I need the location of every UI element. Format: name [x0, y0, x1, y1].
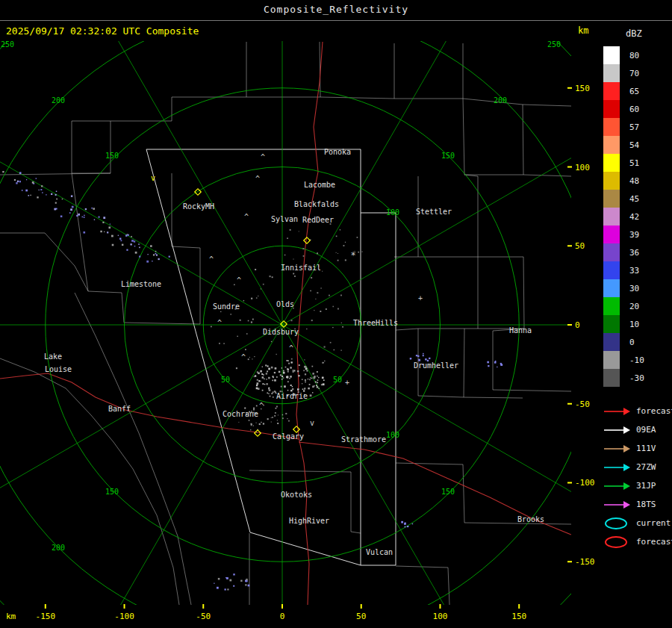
- legend-label: current: [636, 518, 671, 528]
- precip-echo: [32, 181, 34, 184]
- precip-echo: [288, 363, 290, 364]
- precip-echo: [488, 365, 489, 367]
- legend-glyph: [603, 441, 630, 456]
- precip-echo: [252, 319, 254, 320]
- precip-echo: [245, 584, 246, 585]
- precip-echo: [315, 382, 317, 383]
- colorbar-entry: 65: [603, 82, 672, 100]
- precip-echo: [220, 311, 221, 312]
- precip-echo: [238, 422, 239, 423]
- precip-echo: [340, 295, 342, 296]
- precip-echo: [119, 238, 121, 240]
- window-title: Composite_Reflectivity: [264, 4, 408, 15]
- precip-echo: [307, 370, 308, 372]
- precip-echo: [302, 379, 303, 380]
- right-axis-unit: km: [578, 25, 588, 36]
- precip-echo: [294, 276, 296, 277]
- colorbar-entry: 42: [603, 208, 672, 226]
- precip-echo: [233, 573, 234, 575]
- city-label: Louise: [45, 365, 72, 373]
- county-boundary: [463, 99, 571, 106]
- colorbar-swatch: [603, 82, 620, 100]
- precip-echo: [292, 386, 293, 387]
- precip-echo: [297, 370, 299, 372]
- colorbar-entry: 80: [603, 46, 672, 64]
- bottom-axis-unit: km: [6, 612, 16, 621]
- ellipse-icon: [603, 535, 630, 550]
- arrow-icon: [603, 460, 630, 475]
- colorbar-entry: 36: [603, 243, 672, 261]
- county-boundary: [418, 175, 478, 257]
- precip-echo: [362, 252, 363, 252]
- colorbar-swatch: [603, 136, 620, 154]
- legend-label: forecast: [636, 406, 672, 416]
- precip-echo: [70, 208, 72, 211]
- precip-echo: [14, 179, 16, 181]
- precip-echo: [336, 235, 337, 237]
- precip-echo: [317, 379, 318, 380]
- legend-item: 27ZW: [603, 458, 672, 476]
- city-label: Olds: [276, 300, 294, 308]
- precip-echo: [93, 208, 95, 210]
- precip-echo: [278, 414, 279, 415]
- precip-echo: [261, 373, 263, 375]
- precip-echo: [280, 374, 281, 376]
- precip-echo: [131, 236, 132, 237]
- precip-echo: [19, 172, 22, 174]
- precip-echo: [317, 382, 318, 383]
- precip-echo: [293, 273, 294, 275]
- radar-site-icon: [293, 426, 299, 432]
- precip-echo: [85, 208, 87, 210]
- legend-item: forecast: [603, 532, 672, 551]
- colorbar-title: dBZ: [626, 28, 672, 39]
- precip-echo: [271, 341, 272, 342]
- precip-echo: [94, 219, 95, 220]
- precip-echo: [303, 370, 305, 371]
- colorbar-swatch: [603, 315, 620, 333]
- precip-echo: [249, 357, 250, 358]
- precip-echo: [267, 370, 268, 372]
- precip-echo: [245, 349, 246, 350]
- precip-echo: [243, 300, 244, 301]
- county-boundary: [0, 42, 246, 175]
- colorbar-entry: 54: [603, 136, 672, 154]
- precip-echo: [273, 397, 274, 398]
- precip-echo: [311, 277, 312, 279]
- precip-echo: [268, 377, 270, 379]
- precip-echo: [305, 367, 306, 367]
- precip-echo: [405, 526, 406, 528]
- precip-echo: [311, 320, 313, 321]
- precip-echo: [405, 523, 406, 524]
- precip-echo: [272, 380, 273, 382]
- precip-echo: [277, 423, 279, 424]
- precip-echo: [332, 306, 334, 308]
- precip-echo: [268, 394, 269, 394]
- legend-glyph: [603, 404, 630, 419]
- colorbar-value: -30: [629, 373, 644, 383]
- precip-echo: [214, 583, 214, 584]
- precip-echo: [108, 226, 111, 228]
- precip-echo: [134, 246, 136, 247]
- legend-glyph: [603, 479, 630, 494]
- precip-echo: [315, 299, 316, 299]
- titlebar: Composite_Reflectivity: [0, 0, 672, 21]
- caret-marker-icon: ^: [259, 402, 264, 410]
- azimuth-line: [282, 325, 506, 605]
- precip-echo: [309, 384, 311, 385]
- precip-echo: [112, 244, 114, 246]
- precip-echo: [152, 261, 152, 261]
- precip-echo: [107, 231, 108, 233]
- colorbar-value: 51: [629, 158, 639, 168]
- city-label: ThreeHills: [353, 319, 398, 327]
- precip-echo: [262, 367, 263, 367]
- precip-echo: [497, 367, 497, 367]
- colorbar-entry: 33: [603, 261, 672, 279]
- precip-echo: [169, 256, 170, 258]
- city-label: Sylvan: [271, 215, 298, 223]
- range-ring-label: 250: [1, 41, 14, 49]
- precip-echo: [84, 215, 84, 216]
- precip-echo: [82, 217, 84, 218]
- precip-echo: [83, 231, 85, 234]
- precip-echo: [320, 311, 321, 312]
- precip-echo: [225, 577, 226, 578]
